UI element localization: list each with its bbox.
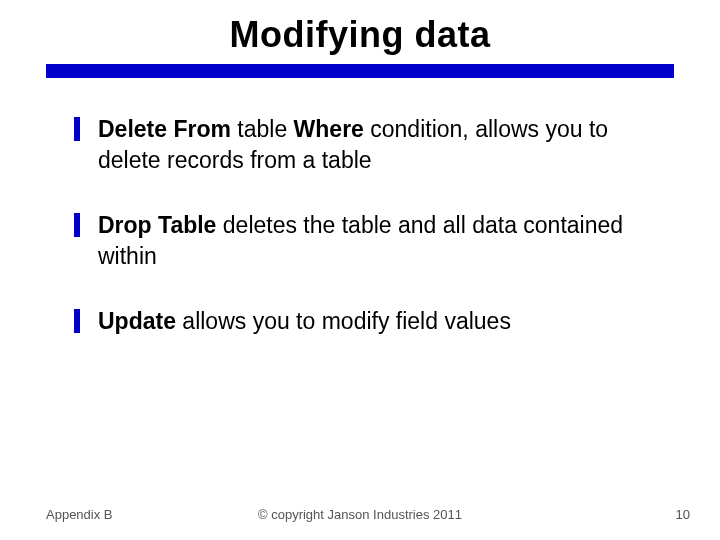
bullet-text: Drop Table deletes the table and all dat…	[98, 210, 660, 272]
plain-text: table	[231, 116, 294, 142]
title-underline	[46, 64, 674, 78]
slide: Modifying data Delete From table Where c…	[0, 0, 720, 540]
slide-title: Modifying data	[0, 0, 720, 56]
bullet-icon	[74, 117, 80, 141]
footer-center: © copyright Janson Industries 2011	[0, 507, 720, 522]
bullet-text: Delete From table Where condition, allow…	[98, 114, 660, 176]
bullet-item: Drop Table deletes the table and all dat…	[74, 210, 660, 272]
bullet-icon	[74, 213, 80, 237]
bullet-text: Update allows you to modify field values	[98, 306, 511, 337]
bullet-icon	[74, 309, 80, 333]
content-area: Delete From table Where condition, allow…	[0, 78, 720, 337]
bullet-item: Update allows you to modify field values	[74, 306, 660, 337]
bold-text: Where	[294, 116, 364, 142]
bold-text: Update	[98, 308, 176, 334]
bold-text: Drop Table	[98, 212, 216, 238]
bullet-item: Delete From table Where condition, allow…	[74, 114, 660, 176]
plain-text: allows you to modify field values	[176, 308, 511, 334]
bold-text: Delete From	[98, 116, 231, 142]
footer-right: 10	[676, 507, 690, 522]
